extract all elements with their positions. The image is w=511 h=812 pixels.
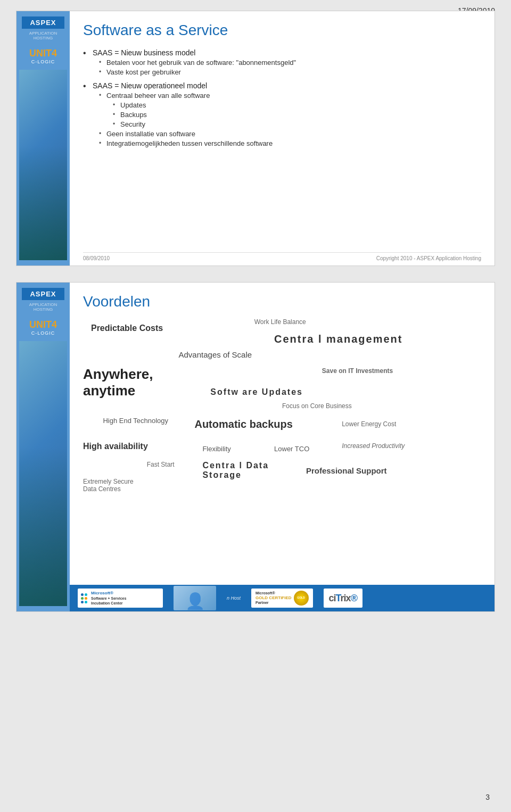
benefit-focus-core: Focus on Core Business: [282, 402, 352, 410]
benefits-cloud: Predictable Costs Work Life Balance Cent…: [83, 318, 481, 499]
benefit-lower-energy: Lower Energy Cost: [342, 420, 396, 428]
benefit-central-data: Centra l DataStorage: [202, 461, 269, 480]
sub-item-1-2: Vaste kost per gebruiker: [99, 68, 481, 76]
benefit-high-availability: High availability: [83, 442, 148, 451]
benefit-increased-productivity: Increased Productivity: [342, 442, 405, 450]
aspex-logo-2: ASPEX: [22, 288, 64, 300]
page-slide-number: 3: [485, 793, 490, 801]
slide-1-title: Software as a Service: [83, 22, 481, 39]
slide-1-bullets: SAAS = Nieuw business model Betalen voor…: [83, 48, 481, 147]
bullet-1: SAAS = Nieuw business model Betalen voor…: [83, 48, 481, 76]
benefit-lower-tco: Lower TCO: [274, 445, 309, 453]
benefit-work-life-balance: Work Life Balance: [254, 318, 306, 326]
unit4-logo: UNIT4 C-LOGIC: [22, 48, 64, 64]
bullet-2: SAAS = Nieuw operationeel model Centraal…: [83, 81, 481, 147]
sub-item-backups: Backups: [113, 111, 481, 119]
aspex-logo: ASPEX: [22, 16, 64, 29]
footer-date: 08/09/2010: [83, 255, 110, 261]
benefit-automatic-backups: Automatic backups: [194, 418, 292, 430]
slide-1-footer: 08/09/2010 Copyright 2010 - ASPEX Applic…: [83, 252, 481, 261]
sub-item-2-1: Geen installatie van software: [99, 130, 481, 138]
ms-cert: Microsoft® GOLD CERTIFIED Partner GOLD: [251, 589, 313, 608]
benefit-advantages-scale: Advantages of Scale: [179, 350, 252, 359]
citrix-logo: ciTrix®: [324, 589, 362, 608]
slide-1-content: Software as a Service SAAS = Nieuw busin…: [70, 11, 494, 266]
benefit-high-end-tech: High End Technology: [103, 417, 168, 425]
slide-2-sidebar: ASPEX APPLICATION HOSTING UNIT4 C-LOGIC: [17, 283, 70, 611]
benefit-software-updates: Softw are Updates: [210, 387, 303, 397]
sub-item-2-0: Centraal beheer van alle software Update…: [99, 92, 481, 128]
benefit-professional-support: Professional Support: [306, 466, 387, 475]
sub-item-1-1: Betalen voor het gebruik van de software…: [99, 59, 481, 67]
slide-2: ASPEX APPLICATION HOSTING UNIT4 C-LOGIC …: [16, 282, 495, 612]
footer-copy: Copyright 2010 - ASPEX Application Hosti…: [376, 255, 481, 261]
slide-1: ASPEX APPLICATION HOSTING UNIT4 C-LOGIC …: [16, 11, 495, 266]
sub-item-2-2: Integratiemogelijkheden tussen verschill…: [99, 139, 481, 147]
ms-logo: Microsoft® Software + Services Incubatio…: [78, 589, 163, 608]
slide-2-title: Voordelen: [83, 293, 481, 310]
sub-item-updates: Updates: [113, 101, 481, 109]
unit4-logo-2: UNIT4 C-LOGIC: [22, 319, 64, 336]
sub-list-2-items: Updates Backups Security: [113, 101, 481, 128]
aspex-sub: APPLICATION HOSTING: [19, 31, 67, 40]
footer-photo: [174, 586, 216, 610]
sub-item-security: Security: [113, 120, 481, 128]
footer-hosting-text: n Host: [227, 595, 241, 601]
sub-list-1: Betalen voor het gebruik van de software…: [99, 59, 481, 76]
slide-1-image: [19, 70, 67, 260]
slide-2-image: [19, 341, 67, 606]
benefit-central-management: Centra l management: [274, 333, 402, 345]
benefit-fast-start: Fast Start: [147, 461, 175, 468]
benefit-predictable-costs: Predictable Costs: [91, 324, 163, 333]
aspex-sub-2: APPLICATION HOSTING: [19, 302, 67, 312]
sub-list-2: Centraal beheer van alle software Update…: [99, 92, 481, 147]
benefit-flexibility: Flexibility: [202, 445, 230, 453]
slide-2-content: Voordelen Predictable Costs Work Life Ba…: [70, 283, 494, 611]
benefit-extremely-secure: Extremely SecureData Centres: [83, 478, 134, 493]
slide-2-footer-bar: Microsoft® Software + Services Incubatio…: [70, 585, 494, 611]
slide-1-sidebar: ASPEX APPLICATION HOSTING UNIT4 C-LOGIC: [17, 11, 70, 266]
benefit-anywhere-anytime: Anywhere,anytime: [83, 366, 153, 399]
benefit-save-it: Save on IT Investments: [322, 367, 393, 375]
